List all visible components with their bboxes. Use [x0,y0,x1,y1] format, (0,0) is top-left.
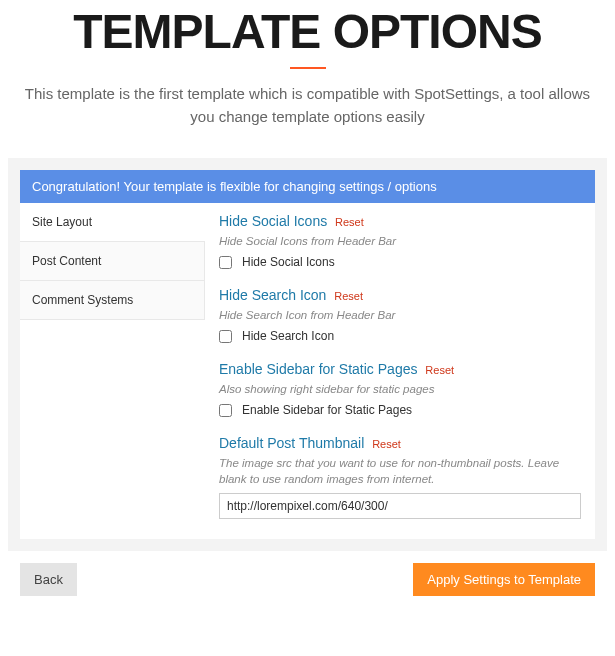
settings-panel: Congratulation! Your template is flexibl… [20,170,595,539]
sidebar-item-comment-systems[interactable]: Comment Systems [20,281,205,320]
option-control[interactable]: Enable Sidebar for Static Pages [219,403,581,417]
option-desc: The image src that you want to use for n… [219,455,581,487]
reset-link[interactable]: Reset [334,290,363,302]
back-button[interactable]: Back [20,563,77,596]
option-sidebar-static: Enable Sidebar for Static Pages Reset Al… [219,361,581,417]
option-title: Hide Search Icon Reset [219,287,581,303]
option-control[interactable]: Hide Social Icons [219,255,581,269]
option-title-text: Enable Sidebar for Static Pages [219,361,417,377]
panel-header: Congratulation! Your template is flexibl… [20,170,595,203]
page-subtitle: This template is the first template whic… [0,83,615,148]
option-control[interactable]: Hide Search Icon [219,329,581,343]
settings-panel-wrap: Congratulation! Your template is flexibl… [8,158,607,551]
option-hide-search: Hide Search Icon Reset Hide Search Icon … [219,287,581,343]
option-title: Enable Sidebar for Static Pages Reset [219,361,581,377]
reset-link[interactable]: Reset [425,364,454,376]
option-thumbnail: Default Post Thumbnail Reset The image s… [219,435,581,519]
option-desc: Hide Social Icons from Header Bar [219,233,581,249]
reset-link[interactable]: Reset [372,438,401,450]
checkbox-label: Hide Social Icons [242,255,335,269]
footer-actions: Back Apply Settings to Template [8,551,607,596]
panel-body: Site Layout Post Content Comment Systems… [20,203,595,539]
settings-content: Hide Social Icons Reset Hide Social Icon… [205,203,595,539]
sidebar-static-checkbox[interactable] [219,404,232,417]
checkbox-label: Enable Sidebar for Static Pages [242,403,412,417]
thumbnail-input[interactable] [219,493,581,519]
sidebar-item-post-content[interactable]: Post Content [20,242,205,281]
title-divider [290,67,326,69]
reset-link[interactable]: Reset [335,216,364,228]
apply-button[interactable]: Apply Settings to Template [413,563,595,596]
option-title-text: Default Post Thumbnail [219,435,364,451]
option-title-text: Hide Search Icon [219,287,326,303]
option-desc: Also showing right sidebar for static pa… [219,381,581,397]
option-title-text: Hide Social Icons [219,213,327,229]
hide-search-checkbox[interactable] [219,330,232,343]
hide-social-checkbox[interactable] [219,256,232,269]
page-title: TEMPLATE OPTIONS [0,4,615,59]
option-title: Default Post Thumbnail Reset [219,435,581,451]
option-desc: Hide Search Icon from Header Bar [219,307,581,323]
checkbox-label: Hide Search Icon [242,329,334,343]
sidebar-item-site-layout[interactable]: Site Layout [20,203,205,242]
settings-sidebar: Site Layout Post Content Comment Systems [20,203,205,539]
option-title: Hide Social Icons Reset [219,213,581,229]
option-hide-social: Hide Social Icons Reset Hide Social Icon… [219,213,581,269]
